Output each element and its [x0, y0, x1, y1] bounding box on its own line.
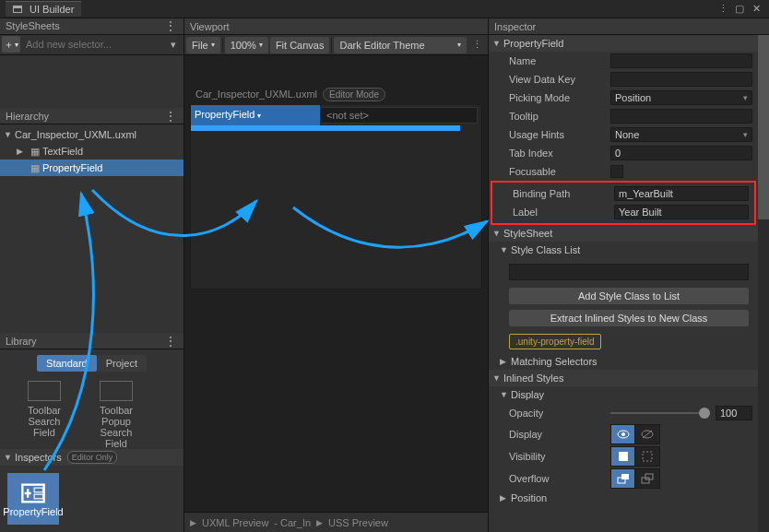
viewport-menu-icon[interactable]: ⋮ — [468, 39, 486, 51]
selector-dropdown-icon[interactable]: ▾ — [171, 39, 183, 51]
field-label: Picking Mode — [509, 92, 610, 103]
field-label: Overflow — [509, 473, 610, 484]
overflow-hidden-icon[interactable] — [635, 469, 659, 488]
class-pill[interactable]: .unity-property-field — [509, 334, 601, 349]
tab-standard[interactable]: Standard — [37, 355, 97, 372]
hierarchy-item-textfield[interactable]: ▶ ▦ TextField — [0, 143, 183, 160]
field-focusable: Focusable — [489, 162, 758, 181]
class-name-input[interactable] — [509, 264, 749, 280]
element-icon: ▦ — [28, 146, 42, 158]
library-body: Standard Project Toolbar Search Field To… — [0, 349, 183, 532]
usage-hints-dropdown[interactable]: None — [610, 127, 752, 142]
foldout-arrow-icon[interactable]: ▶ — [190, 518, 196, 527]
kebab-icon[interactable]: ⋮ — [716, 3, 730, 16]
propertyfield-icon — [20, 480, 46, 506]
foldout-arrow-icon: ▼ — [492, 229, 503, 238]
left-column: StyleSheets ⋮ ＋▾ ▾ Hierarchy ⋮ ▼ Car_Ins… — [0, 18, 184, 532]
inspectors-foldout[interactable]: ▼ Inspectors Editor Only — [0, 449, 183, 466]
selector-input[interactable] — [20, 39, 171, 50]
foldout-arrow-icon: ▼ — [492, 373, 503, 383]
viewport-toolbar: File▾ 100%▾ Fit Canvas Dark Editor Theme… — [184, 35, 488, 55]
opacity-value[interactable]: 100 — [716, 406, 752, 420]
expand-arrow-icon[interactable]: ▼ — [4, 130, 15, 139]
tab-index-input[interactable]: 0 — [610, 146, 752, 160]
overflow-visible-icon[interactable] — [611, 469, 635, 488]
hierarchy-root[interactable]: ▼ Car_Inspector_UXML.uxml — [0, 126, 183, 143]
field-label: Tab Index — [509, 148, 610, 159]
library-item-toolbar-search[interactable]: Toolbar Search Field — [17, 381, 72, 449]
viewport-canvas-area[interactable]: Car_Inspector_UXML.uxml Editor Mode Prop… — [184, 55, 488, 512]
expand-arrow-icon[interactable]: ▶ — [17, 147, 28, 156]
visibility-visible-icon[interactable] — [611, 447, 635, 466]
window-titlebar: UI Builder ⋮ ▢ ✕ — [0, 0, 769, 18]
library-item-toolbar-popup-search[interactable]: Toolbar Popup Search Field — [89, 381, 144, 449]
svg-rect-10 — [621, 474, 629, 479]
inlined-styles-header[interactable]: ▼ Inlined Styles — [489, 370, 758, 386]
field-tooltip: Tooltip — [489, 107, 758, 125]
slider-thumb[interactable] — [699, 408, 710, 419]
fit-canvas-button[interactable]: Fit Canvas — [270, 37, 330, 53]
position-section-header[interactable]: ▶ Position — [489, 490, 758, 506]
label-input[interactable]: Year Built — [614, 205, 749, 219]
opacity-slider[interactable] — [610, 412, 710, 414]
focusable-checkbox[interactable] — [610, 165, 623, 178]
hierarchy-item-propertyfield[interactable]: ▦ PropertyField — [0, 160, 183, 176]
uxml-preview-label[interactable]: UXML Preview — [202, 517, 268, 528]
library-menu-icon[interactable]: ⋮ — [164, 334, 178, 349]
library-icon-row: Toolbar Search Field Toolbar Popup Searc… — [0, 377, 183, 449]
canvas-field-label: PropertyField ▾ — [191, 105, 320, 125]
inspector-scrollbar[interactable] — [758, 35, 769, 532]
display-section-header[interactable]: ▼ Display — [489, 386, 758, 403]
extract-styles-button[interactable]: Extract Inlined Styles to New Class — [509, 310, 749, 326]
svg-rect-2 — [34, 494, 42, 499]
foldout-arrow-icon[interactable]: ▶ — [316, 518, 323, 527]
propertyfield-section-header[interactable]: ▼ PropertyField — [489, 35, 758, 52]
canvas-body[interactable]: PropertyField ▾ <not set> — [190, 105, 482, 290]
theme-dropdown[interactable]: Dark Editor Theme▾ — [334, 37, 467, 53]
field-label: Binding Path — [513, 188, 614, 199]
library-tile-propertyfield[interactable]: PropertyField — [7, 473, 59, 525]
uss-preview-label[interactable]: USS Preview — [328, 517, 388, 528]
binding-path-input[interactable]: m_YearBuilt — [614, 186, 749, 201]
library-title: Library — [6, 336, 37, 347]
display-none-icon[interactable] — [635, 425, 659, 443]
hierarchy-item-label: PropertyField — [42, 162, 102, 173]
library-item-label: Toolbar Popup Search Field — [89, 405, 144, 449]
canvas-propertyfield-row[interactable]: PropertyField ▾ <not set> — [191, 105, 481, 125]
overflow-toggle — [610, 468, 660, 489]
opacity-row: Opacity 100 — [489, 403, 758, 423]
canvas-header: Car_Inspector_UXML.uxml Editor Mode — [190, 83, 482, 105]
stylesheets-body — [0, 55, 183, 109]
tab-project[interactable]: Project — [97, 355, 147, 372]
visibility-hidden-icon[interactable] — [635, 447, 659, 466]
section-label: Inlined Styles — [503, 372, 563, 384]
zoom-dropdown[interactable]: 100%▾ — [225, 37, 268, 53]
overflow-row: Overflow — [489, 467, 758, 490]
window-tab[interactable]: UI Builder — [6, 1, 81, 17]
canvas-field-value[interactable]: <not set> — [320, 107, 478, 124]
stylesheet-section-header[interactable]: ▼ StyleSheet — [489, 225, 758, 242]
hierarchy-root-label: Car_Inspector_UXML.uxml — [15, 129, 136, 140]
hierarchy-menu-icon[interactable]: ⋮ — [164, 109, 178, 124]
tooltip-input[interactable] — [610, 109, 752, 124]
file-menu-button[interactable]: File▾ — [186, 37, 220, 53]
section-label: Position — [511, 492, 547, 503]
field-label: Label Year Built — [492, 203, 754, 221]
section-label: Style Class List — [511, 244, 580, 255]
style-class-list-header[interactable]: ▼ Style Class List — [489, 242, 758, 258]
add-selector-button[interactable]: ＋▾ — [2, 36, 20, 53]
close-icon[interactable]: ✕ — [749, 3, 763, 16]
center-column: Viewport File▾ 100%▾ Fit Canvas Dark Edi… — [184, 18, 489, 532]
picking-mode-dropdown[interactable]: Position — [610, 90, 752, 105]
section-label: Matching Selectors — [511, 356, 597, 367]
matching-selectors-header[interactable]: ▶ Matching Selectors — [489, 353, 758, 370]
viewport-title: Viewport — [190, 21, 230, 32]
display-flex-icon[interactable] — [611, 425, 635, 443]
foldout-arrow-icon: ▶ — [500, 357, 511, 366]
maximize-icon[interactable]: ▢ — [732, 3, 747, 16]
stylesheets-menu-icon[interactable]: ⋮ — [164, 18, 178, 33]
view-data-key-input[interactable] — [610, 72, 752, 87]
name-input[interactable] — [610, 53, 752, 68]
add-style-class-button[interactable]: Add Style Class to List — [509, 288, 749, 304]
scrollbar-thumb[interactable] — [758, 35, 769, 219]
